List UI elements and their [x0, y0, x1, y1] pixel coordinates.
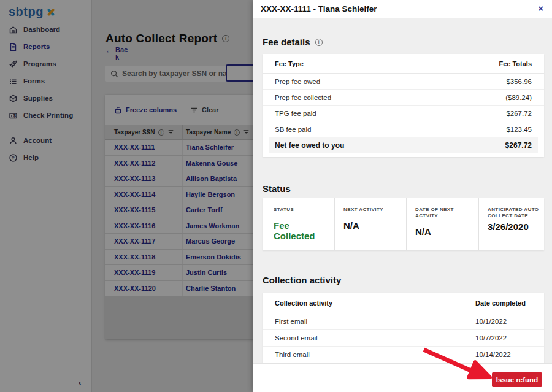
- status-heading: Status: [263, 183, 291, 194]
- net-fee-row: Net fee owed to you$267.72: [269, 137, 538, 153]
- status-card: STATUS Fee Collected NEXT ACTIVITY N/A D…: [263, 198, 544, 250]
- close-icon[interactable]: ×: [538, 4, 543, 13]
- fee-total: $267.72: [505, 141, 532, 150]
- panel-header: XXX-XX-1111 - Tiana Schleifer ×: [253, 0, 552, 18]
- status-value: Fee Collected: [274, 220, 329, 241]
- fee-type: Net fee owed to you: [275, 141, 344, 150]
- activity-date: 10/1/2022: [475, 318, 544, 325]
- fee-type: TPG fee paid: [275, 110, 316, 117]
- date-next-activity-value: N/A: [415, 226, 473, 237]
- fee-total: $356.96: [506, 78, 532, 85]
- fee-type-column-header: Fee Type: [275, 60, 304, 67]
- panel-title: XXX-XX-1111 - Tiana Schleifer: [261, 4, 377, 13]
- app-window: sbtpg Dashboard Reports Programs Forms: [0, 0, 552, 392]
- panel-footer: Issue refund: [253, 363, 552, 392]
- activity-name: Third email: [275, 351, 475, 358]
- fee-details-heading: Fee details: [263, 37, 310, 47]
- next-activity-value: N/A: [343, 220, 401, 231]
- taxpayer-detail-panel: XXX-XX-1111 - Tiana Schleifer × Fee deta…: [253, 0, 552, 392]
- fee-row: Prep fee owed$356.96: [263, 74, 544, 90]
- fee-type: Prep fee collected: [275, 94, 331, 101]
- collection-row: Third email10/14/2022: [263, 347, 544, 363]
- next-activity-label: NEXT ACTIVITY: [343, 207, 401, 213]
- collection-activity-heading: Collection activity: [263, 275, 341, 285]
- fee-row: Prep fee collected($89.24): [263, 90, 544, 106]
- anticipated-date-value: 3/26/2020: [488, 221, 539, 232]
- anticipated-date-label: ANTICIPATED AUTO COLLECT DATE: [488, 207, 539, 219]
- date-completed-column-header: Date completed: [475, 299, 544, 307]
- activity-name: Second email: [275, 334, 475, 342]
- fee-type: Prep fee owed: [275, 78, 320, 85]
- fee-total: $123.45: [506, 126, 532, 133]
- date-next-activity-label: DATE OF NEXT ACTVITY: [415, 207, 473, 219]
- activity-date: 10/7/2022: [475, 334, 544, 342]
- fee-type: SB fee paid: [275, 126, 311, 133]
- issue-refund-button[interactable]: Issue refund: [492, 372, 542, 387]
- collection-row: Second email10/7/2022: [263, 330, 544, 347]
- fee-details-card: Fee Type Fee Totals Prep fee owed$356.96…: [263, 54, 544, 157]
- collection-activity-column-header: Collection activity: [275, 299, 475, 307]
- collection-activity-card: Collection activity Date completed First…: [263, 293, 544, 364]
- collection-row: First email10/1/2022: [263, 313, 544, 330]
- fee-row: TPG fee paid$267.72: [263, 106, 544, 121]
- fee-total: $267.72: [506, 110, 532, 117]
- fee-total: ($89.24): [505, 94, 532, 101]
- activity-name: First email: [275, 318, 475, 325]
- activity-date: 10/14/2022: [475, 351, 544, 358]
- fee-row: SB fee paid$123.45: [263, 121, 544, 137]
- fee-totals-column-header: Fee Totals: [499, 60, 532, 67]
- info-icon[interactable]: i: [315, 39, 323, 46]
- status-label: STATUS: [274, 207, 329, 213]
